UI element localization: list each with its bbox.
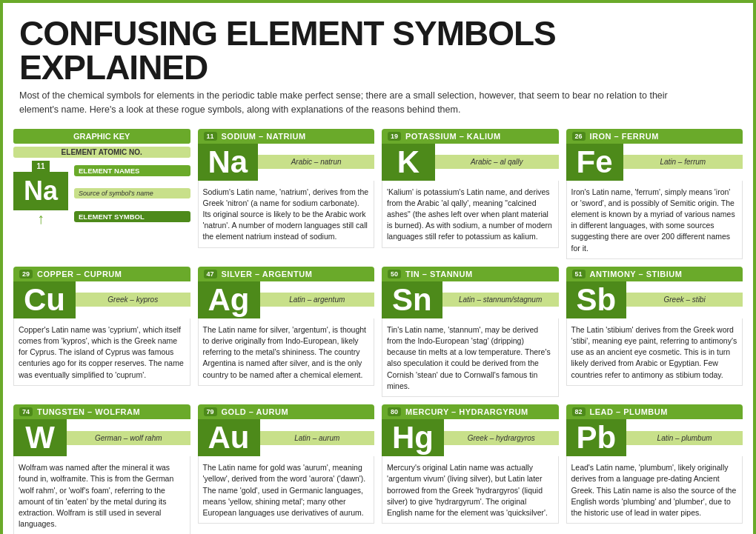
symbol-row-copper: Cu Greek – kypros (13, 281, 190, 318)
element-card-lead: 82 LEAD – PLUMBUM Pb Latin – plumbum Lea… (566, 404, 743, 534)
source-mercury: Greek – hydrargyros (444, 431, 559, 445)
atomic-gold: 79 (204, 407, 217, 416)
title-potassium: POTASSIUM – KALIUM (405, 132, 501, 141)
desc-antimony: The Latin 'stibium' derives from the Gre… (566, 318, 743, 386)
element-card-silver: 47 SILVER – ARGENTUM Ag Latin – argentum… (198, 267, 375, 397)
source-silver: Latin – argentum (260, 293, 375, 307)
element-symbol-label: ELEMENT SYMBOL (74, 211, 190, 222)
source-sodium: Arabic – natrun (258, 155, 374, 169)
element-card-mercury: 80 MERCURY – HYDRARGYRUM Hg Greek – hydr… (382, 404, 559, 534)
elem-header-iron: 26 IRON – FERRUM (566, 129, 743, 144)
gk-symbol-block: 11 Na ↑ (13, 161, 68, 227)
atomic-lead: 82 (572, 407, 586, 416)
desc-iron: Iron's Latin name, 'ferrum', simply mean… (566, 181, 743, 259)
title-lead: LEAD – PLUMBUM (590, 407, 668, 416)
desc-gold: The Latin name for gold was 'aurum', mea… (198, 456, 375, 524)
graphic-key-body: 11 Na ↑ ELEMENT NAMES Source of symbol's… (13, 161, 190, 227)
symbol-gold: Au (198, 419, 260, 456)
source-label: Source of symbol's name (74, 188, 190, 198)
symbol-row-silver: Ag Latin – argentum (198, 281, 375, 318)
gk-symbol: Na (13, 172, 68, 210)
symbol-row-tin: Sn Latin – stannum/stagnum (382, 281, 559, 318)
title-mercury: MERCURY – HYDRARGYRUM (405, 407, 528, 416)
source-potassium: Arabic – al qally (435, 155, 559, 169)
elem-header-sodium: 11 SODIUM – NATRIUM (198, 129, 375, 144)
main-title: CONFUSING ELEMENT SYMBOLS EXPLAINED (19, 16, 737, 84)
desc-tungsten: Wolfram was named after the mineral it w… (13, 456, 190, 534)
symbol-sodium: Na (198, 144, 259, 181)
elem-header-gold: 79 GOLD – AURUM (198, 404, 375, 419)
symbol-antimony: Sb (566, 281, 627, 318)
desc-tin: Tin's Latin name, 'stannum', may be deri… (382, 318, 559, 397)
title-gold: GOLD – AURUM (222, 407, 289, 416)
title-copper: COPPER – CUPRUM (37, 270, 122, 278)
symbol-silver: Ag (198, 281, 260, 318)
symbol-lead: Pb (566, 419, 627, 456)
symbol-iron: Fe (566, 144, 623, 181)
symbol-mercury: Hg (382, 419, 444, 456)
atomic-copper: 29 (19, 270, 33, 278)
row1: GRAPHIC KEY ELEMENT ATOMIC NO. 11 Na ↑ E… (13, 129, 743, 259)
element-card-potassium: 19 POTASSIUM – KALIUM K Arabic – al qall… (382, 129, 559, 259)
graphic-key-card: GRAPHIC KEY ELEMENT ATOMIC NO. 11 Na ↑ E… (13, 129, 190, 259)
title-antimony: ANTIMONY – STIBIUM (590, 270, 683, 278)
element-names-label: ELEMENT NAMES (74, 165, 190, 176)
symbol-row-tungsten: W German – wolf rahm (13, 419, 190, 456)
elem-header-silver: 47 SILVER – ARGENTUM (198, 267, 375, 281)
desc-potassium: 'Kalium' is potassium's Latin name, and … (382, 181, 559, 248)
atomic-tungsten: 74 (19, 407, 33, 416)
element-card-tungsten: 74 TUNGSTEN – WOLFRAM W German – wolf ra… (13, 404, 190, 534)
desc-copper: Copper's Latin name was 'cyprium', which… (13, 318, 190, 386)
gk-arrow: ↑ (37, 210, 44, 227)
content: GRAPHIC KEY ELEMENT ATOMIC NO. 11 Na ↑ E… (3, 123, 753, 535)
atomic-no-label: ELEMENT ATOMIC NO. (13, 147, 190, 158)
atomic-potassium: 19 (388, 132, 401, 141)
title-sodium: SODIUM – NATRIUM (222, 132, 306, 141)
elem-header-antimony: 51 ANTIMONY – STIBIUM (566, 267, 743, 281)
symbol-row-lead: Pb Latin – plumbum (566, 419, 743, 456)
atomic-sodium: 11 (204, 132, 217, 141)
symbol-tungsten: W (13, 419, 67, 456)
desc-lead: Lead's Latin name, 'plumbum', likely ori… (566, 456, 743, 524)
symbol-row-mercury: Hg Greek – hydrargyros (382, 419, 559, 456)
title-iron: IRON – FERRUM (590, 132, 659, 141)
elem-header-tin: 50 TIN – STANNUM (382, 267, 559, 281)
elem-header-mercury: 80 MERCURY – HYDRARGYRUM (382, 404, 559, 419)
atomic-mercury: 80 (388, 407, 401, 416)
element-card-tin: 50 TIN – STANNUM Sn Latin – stannum/stag… (382, 267, 559, 397)
elem-header-lead: 82 LEAD – PLUMBUM (566, 404, 743, 419)
atomic-iron: 26 (572, 132, 586, 141)
source-tin: Latin – stannum/stagnum (442, 293, 559, 307)
title-tungsten: TUNGSTEN – WOLFRAM (37, 407, 140, 416)
element-card-copper: 29 COPPER – CUPRUM Cu Greek – kypros Cop… (13, 267, 190, 397)
gk-labels: ELEMENT NAMES Source of symbol's name EL… (74, 161, 190, 227)
source-tungsten: German – wolf rahm (67, 431, 190, 445)
symbol-row-iron: Fe Latin – ferrum (566, 144, 743, 181)
header: CONFUSING ELEMENT SYMBOLS EXPLAINED Most… (3, 3, 753, 123)
element-card-antimony: 51 ANTIMONY – STIBIUM Sb Greek – stibi T… (566, 267, 743, 397)
subtitle: Most of the chemical symbols for element… (19, 89, 686, 117)
graphic-key-header: GRAPHIC KEY (13, 129, 190, 144)
elem-header-tungsten: 74 TUNGSTEN – WOLFRAM (13, 404, 190, 419)
atomic-tin: 50 (388, 270, 401, 278)
source-antimony: Greek – stibi (626, 293, 743, 307)
desc-sodium: Sodium's Latin name, 'natrium', derives … (198, 181, 375, 248)
source-lead: Latin – plumbum (626, 431, 743, 445)
row2: 29 COPPER – CUPRUM Cu Greek – kypros Cop… (13, 267, 743, 397)
symbol-row-antimony: Sb Greek – stibi (566, 281, 743, 318)
atomic-silver: 47 (204, 270, 217, 278)
element-card-sodium: 11 SODIUM – NATRIUM Na Arabic – natrun S… (198, 129, 375, 259)
desc-mercury: Mercury's original Latin name was actual… (382, 456, 559, 524)
row3: 74 TUNGSTEN – WOLFRAM W German – wolf ra… (13, 404, 743, 534)
source-iron: Latin – ferrum (623, 155, 743, 169)
title-silver: SILVER – ARGENTUM (222, 270, 313, 278)
symbol-row-sodium: Na Arabic – natrun (198, 144, 375, 181)
symbol-row-potassium: K Arabic – al qally (382, 144, 559, 181)
elem-header-potassium: 19 POTASSIUM – KALIUM (382, 129, 559, 144)
title-tin: TIN – STANNUM (405, 270, 473, 278)
element-card-iron: 26 IRON – FERRUM Fe Latin – ferrum Iron'… (566, 129, 743, 259)
desc-silver: The Latin name for silver, 'argentum', i… (198, 318, 375, 386)
symbol-tin: Sn (382, 281, 442, 318)
infographic: CONFUSING ELEMENT SYMBOLS EXPLAINED Most… (0, 0, 756, 534)
symbol-row-gold: Au Latin – aurum (198, 419, 375, 456)
